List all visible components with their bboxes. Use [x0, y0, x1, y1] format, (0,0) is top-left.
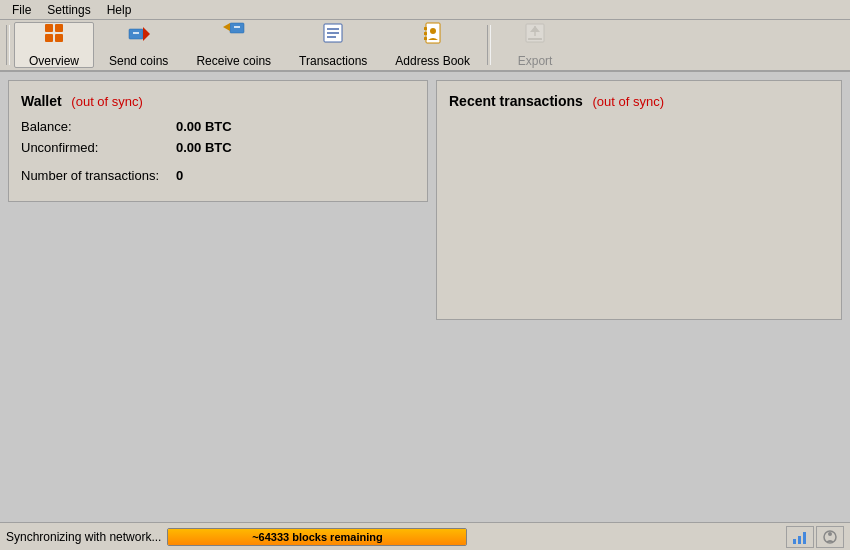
network-icon-btn[interactable] [786, 526, 814, 548]
menu-file[interactable]: File [4, 1, 39, 19]
toolbar: Overview Send coins Receive coins [0, 20, 850, 72]
menu-bar: File Settings Help [0, 0, 850, 20]
num-transactions-row: Number of transactions: 0 [21, 168, 415, 183]
svg-marker-8 [223, 23, 230, 31]
svg-rect-23 [793, 539, 796, 544]
wallet-status-icon [822, 529, 838, 545]
wallet-title: Wallet [21, 93, 62, 109]
wallet-out-of-sync: (out of sync) [71, 94, 143, 109]
wallet-header: Wallet (out of sync) [21, 93, 415, 109]
num-transactions-label: Number of transactions: [21, 168, 176, 183]
svg-rect-22 [528, 38, 542, 40]
tab-receive-coins[interactable]: Receive coins [183, 22, 284, 68]
transactions-out-of-sync: (out of sync) [592, 94, 664, 109]
unconfirmed-value: 0.00 BTC [176, 140, 232, 155]
transactions-icon [322, 22, 344, 50]
send-coins-icon [128, 22, 150, 50]
svg-rect-7 [230, 23, 244, 33]
balance-label: Balance: [21, 119, 176, 134]
svg-rect-15 [424, 27, 427, 30]
main-content: Wallet (out of sync) Balance: 0.00 BTC U… [0, 72, 850, 522]
svg-rect-17 [424, 37, 427, 40]
svg-rect-25 [803, 532, 806, 544]
wallet-divider [21, 161, 415, 162]
transactions-title: Recent transactions [449, 93, 583, 109]
toolbar-separator-right [487, 25, 491, 65]
overview-label: Overview [29, 54, 79, 68]
svg-rect-24 [798, 536, 801, 544]
export-label: Export [518, 54, 553, 68]
status-text: Synchronizing with network... [6, 530, 161, 544]
unconfirmed-label: Unconfirmed: [21, 140, 176, 155]
receive-coins-icon [223, 22, 245, 50]
overview-icon [43, 22, 65, 50]
unconfirmed-row: Unconfirmed: 0.00 BTC [21, 140, 415, 155]
tab-transactions[interactable]: Transactions [286, 22, 380, 68]
export-icon [524, 22, 546, 50]
receive-coins-label: Receive coins [196, 54, 271, 68]
balance-row: Balance: 0.00 BTC [21, 119, 415, 134]
recent-transactions-panel: Recent transactions (out of sync) [436, 80, 842, 320]
sync-progress-bar: ~64333 blocks remaining [167, 528, 467, 546]
svg-marker-5 [143, 27, 150, 41]
tab-send-coins[interactable]: Send coins [96, 22, 181, 68]
svg-rect-16 [424, 32, 427, 35]
transactions-header: Recent transactions (out of sync) [449, 93, 829, 109]
status-icons [786, 526, 844, 548]
menu-settings[interactable]: Settings [39, 1, 98, 19]
status-bar: Synchronizing with network... ~64333 blo… [0, 522, 850, 550]
transactions-label: Transactions [299, 54, 367, 68]
wallet-icon-btn[interactable] [816, 526, 844, 548]
network-icon [792, 529, 808, 545]
svg-point-18 [430, 28, 436, 34]
tab-overview[interactable]: Overview [14, 22, 94, 68]
wallet-panel: Wallet (out of sync) Balance: 0.00 BTC U… [8, 80, 428, 202]
toolbar-separator-left [6, 25, 10, 65]
svg-rect-2 [45, 34, 53, 42]
wallet-rows: Balance: 0.00 BTC Unconfirmed: 0.00 BTC … [21, 119, 415, 183]
tab-address-book[interactable]: Address Book [382, 22, 483, 68]
address-book-label: Address Book [395, 54, 470, 68]
send-coins-label: Send coins [109, 54, 168, 68]
menu-help[interactable]: Help [99, 1, 140, 19]
num-transactions-value: 0 [176, 168, 183, 183]
progress-fill: ~64333 blocks remaining [168, 529, 466, 545]
progress-label: ~64333 blocks remaining [252, 531, 383, 543]
tab-export: Export [495, 22, 575, 68]
svg-rect-1 [55, 24, 63, 32]
svg-rect-0 [45, 24, 53, 32]
svg-point-27 [828, 532, 832, 536]
address-book-icon [422, 22, 444, 50]
svg-rect-3 [55, 34, 63, 42]
svg-rect-4 [129, 29, 143, 39]
balance-value: 0.00 BTC [176, 119, 232, 134]
